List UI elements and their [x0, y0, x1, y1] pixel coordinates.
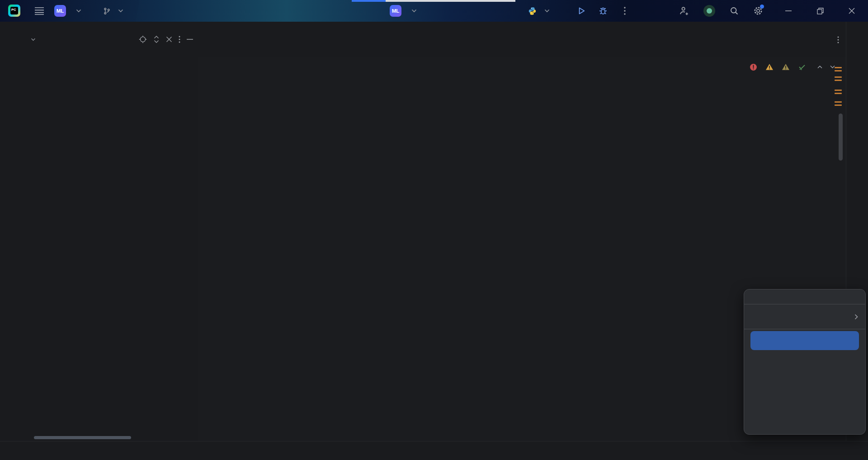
expand-collapse-icon	[153, 36, 160, 43]
vcs-widget[interactable]	[103, 0, 123, 22]
minus-icon	[187, 39, 193, 40]
bug-icon	[599, 6, 608, 15]
editor-scrollbar[interactable]	[839, 114, 843, 161]
chevron-down-icon	[411, 9, 417, 13]
chevron-up-icon	[817, 65, 823, 69]
collapse-all-button[interactable]	[166, 36, 172, 43]
chevron-down-icon	[31, 38, 36, 41]
center-project-chip[interactable]: ML	[390, 5, 401, 17]
add-user-icon	[679, 6, 689, 16]
chevron-right-icon	[854, 314, 858, 320]
project-tool-window	[22, 22, 198, 441]
chevron-down-icon	[544, 9, 550, 13]
tab-options-button[interactable]	[837, 36, 839, 43]
debug-button[interactable]	[599, 0, 608, 22]
hide-panel-button[interactable]	[187, 39, 193, 40]
locate-icon	[139, 35, 147, 43]
indexing-progress-bar	[352, 0, 515, 2]
project-chip[interactable]: ML	[54, 5, 66, 17]
ok-check-icon	[798, 63, 806, 71]
kebab-icon	[179, 36, 180, 43]
add-interpreter-item[interactable]	[744, 306, 865, 327]
manage-packages-item[interactable]	[744, 351, 865, 371]
close-icon	[849, 8, 855, 14]
pycharm-logo-icon[interactable]: PC	[8, 5, 20, 17]
interpreter-settings-item[interactable]	[750, 331, 859, 350]
settings-button[interactable]	[753, 0, 763, 22]
warning-icon	[765, 63, 774, 71]
project-panel-header	[22, 22, 198, 57]
interpreter-popup	[744, 289, 866, 435]
hamburger-icon	[34, 7, 44, 15]
git-branch-icon	[103, 7, 111, 15]
horizontal-scrollbar[interactable]	[34, 436, 131, 439]
project-tree	[22, 61, 198, 435]
minimize-button[interactable]	[778, 0, 799, 22]
main-menu-button[interactable]	[34, 0, 44, 22]
left-tool-stripe	[0, 22, 22, 441]
avatar[interactable]	[703, 5, 715, 17]
python-icon	[528, 7, 537, 15]
code-with-me-button[interactable]	[679, 0, 689, 22]
error-icon	[750, 63, 757, 71]
divider	[744, 304, 865, 304]
collapse-all-icon	[166, 36, 172, 43]
more-actions-button[interactable]	[624, 0, 626, 22]
restore-button[interactable]	[810, 0, 830, 22]
run-icon	[577, 6, 586, 15]
close-button[interactable]	[841, 0, 862, 22]
project-selector[interactable]	[72, 0, 81, 22]
run-button[interactable]	[577, 0, 586, 22]
chevron-down-icon	[76, 9, 81, 13]
prev-problem-button[interactable]	[817, 65, 823, 69]
search-icon	[730, 6, 739, 15]
project-view-selector[interactable]	[28, 38, 36, 41]
title-bar: PC ML ML	[0, 0, 868, 22]
search-everywhere-button[interactable]	[730, 0, 739, 22]
locate-file-button[interactable]	[139, 35, 147, 43]
editor-tab-bar	[198, 22, 846, 57]
panel-options-button[interactable]	[179, 36, 180, 43]
status-bar	[0, 441, 868, 460]
run-configuration-selector[interactable]	[528, 0, 550, 22]
weak-warning-icon	[782, 63, 790, 71]
kebab-icon	[837, 36, 839, 43]
pycharm-window: PC ML ML	[0, 0, 868, 460]
divider	[744, 329, 865, 329]
settings-notification-dot	[760, 5, 764, 9]
kebab-icon	[624, 7, 626, 15]
chevron-down-icon	[118, 9, 123, 13]
minimize-icon	[785, 10, 792, 11]
expand-selection-button[interactable]	[153, 36, 160, 43]
center-project-selector[interactable]	[408, 0, 417, 22]
restore-icon	[817, 8, 824, 14]
inspections-widget[interactable]	[750, 61, 835, 73]
